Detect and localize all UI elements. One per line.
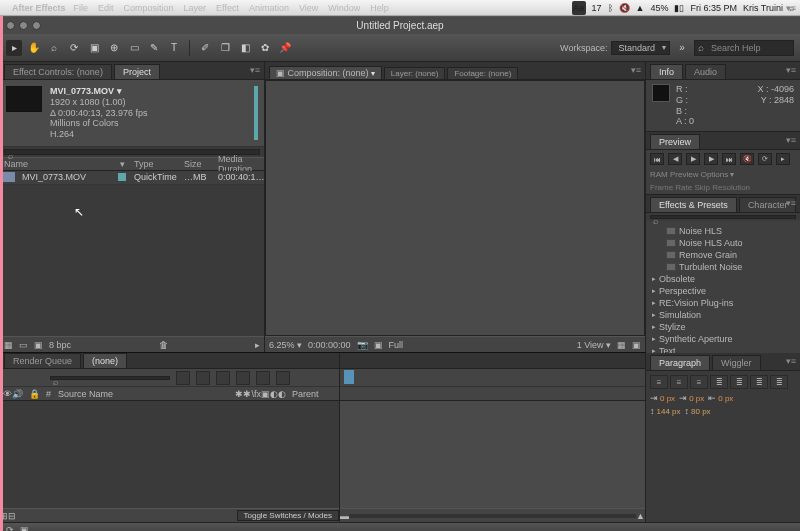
- ram-preview-options[interactable]: RAM Preview Options ▾: [646, 168, 800, 181]
- indent-right-value[interactable]: 0 px: [718, 394, 733, 403]
- space-after-value[interactable]: 80 px: [691, 407, 711, 416]
- menu-effect[interactable]: Effect: [216, 3, 239, 13]
- file-name[interactable]: MVI_0773.MOV ▾: [50, 86, 246, 97]
- trash-icon[interactable]: 🗑: [159, 340, 168, 350]
- rotate-tool-icon[interactable]: ⟳: [66, 40, 82, 56]
- view-layout-select[interactable]: 1 View ▾: [577, 340, 611, 350]
- bluetooth-icon[interactable]: ᛒ: [608, 3, 613, 13]
- user-name[interactable]: Kris Truini: [743, 3, 783, 13]
- tl-tool-icon[interactable]: [176, 371, 190, 385]
- effect-category[interactable]: Simulation: [652, 309, 794, 321]
- last-frame-button[interactable]: ⏭: [722, 153, 736, 165]
- toggle-switches-modes-button[interactable]: Toggle Switches / Modes: [237, 510, 340, 521]
- panel-menu-icon[interactable]: ▾≡: [786, 356, 796, 366]
- panel-menu-icon[interactable]: ▾≡: [786, 198, 796, 208]
- tl-tool-icon[interactable]: [276, 371, 290, 385]
- current-time-indicator[interactable]: [344, 370, 354, 384]
- scroll-right-icon[interactable]: ▸: [255, 340, 260, 350]
- ram-preview-button[interactable]: ▸: [776, 153, 790, 165]
- justify-last-right-button[interactable]: ≣: [750, 375, 768, 389]
- justify-last-left-button[interactable]: ≣: [710, 375, 728, 389]
- panel-menu-icon[interactable]: ▾≡: [631, 65, 641, 75]
- new-comp-icon[interactable]: ▣: [34, 340, 43, 350]
- col-type[interactable]: Type: [130, 159, 180, 169]
- tab-layer[interactable]: Layer: (none): [384, 67, 446, 79]
- traffic-min-icon[interactable]: [19, 21, 28, 30]
- tl-toggle-icon[interactable]: ⊟: [8, 511, 16, 521]
- justify-all-button[interactable]: ≣: [770, 375, 788, 389]
- menu-edit[interactable]: Edit: [98, 3, 114, 13]
- zoom-select[interactable]: 6.25% ▾: [269, 340, 302, 350]
- hand-tool-icon[interactable]: ✋: [26, 40, 42, 56]
- ae-cloud-icon[interactable]: Ae: [572, 1, 586, 15]
- traffic-close-icon[interactable]: [6, 21, 15, 30]
- camera-tool-icon[interactable]: ▣: [86, 40, 102, 56]
- col-source-name[interactable]: Source Name: [55, 389, 232, 399]
- switches-icons[interactable]: ✱✱\fx▣◐◐: [232, 389, 289, 399]
- col-name[interactable]: Name: [0, 159, 116, 169]
- zoom-out-icon[interactable]: ▬: [340, 511, 349, 521]
- status-icon[interactable]: ⟳: [6, 525, 14, 531]
- zoom-slider[interactable]: [349, 514, 636, 518]
- tab-info[interactable]: Info: [650, 64, 683, 79]
- menu-view[interactable]: View: [299, 3, 318, 13]
- menu-window[interactable]: Window: [328, 3, 360, 13]
- mute-button[interactable]: 🔇: [740, 153, 754, 165]
- tl-tool-icon[interactable]: [256, 371, 270, 385]
- type-tool-icon[interactable]: T: [166, 40, 182, 56]
- effect-item[interactable]: Noise HLS Auto: [652, 237, 794, 249]
- zoom-tool-icon[interactable]: ⌕: [46, 40, 62, 56]
- panel-menu-icon[interactable]: ▾≡: [786, 65, 796, 75]
- roto-tool-icon[interactable]: ✿: [257, 40, 273, 56]
- tab-comp-none[interactable]: (none): [83, 353, 127, 368]
- grid-icon[interactable]: ▦: [617, 340, 626, 350]
- project-search-input[interactable]: [4, 149, 260, 155]
- volume-icon[interactable]: 🔇: [619, 3, 630, 13]
- effect-item[interactable]: Noise HLS: [652, 225, 794, 237]
- col-label[interactable]: ▾: [116, 159, 130, 169]
- resolution-select[interactable]: Full: [389, 340, 404, 350]
- menu-file[interactable]: File: [74, 3, 89, 13]
- puppet-tool-icon[interactable]: 📌: [277, 40, 293, 56]
- tl-tool-icon[interactable]: [216, 371, 230, 385]
- col-size[interactable]: Size: [180, 159, 214, 169]
- shape-tool-icon[interactable]: ▭: [126, 40, 142, 56]
- zoom-in-icon[interactable]: ▲: [636, 511, 645, 521]
- selection-tool-icon[interactable]: ▸: [6, 40, 22, 56]
- traffic-zoom-icon[interactable]: [32, 21, 41, 30]
- play-button[interactable]: ▶: [686, 153, 700, 165]
- effect-category[interactable]: Synthetic Aperture: [652, 333, 794, 345]
- effects-search-input[interactable]: [650, 215, 796, 219]
- interpret-footage-icon[interactable]: ▦: [4, 340, 13, 350]
- loop-button[interactable]: ⟳: [758, 153, 772, 165]
- tl-tool-icon[interactable]: [196, 371, 210, 385]
- brush-tool-icon[interactable]: ✐: [197, 40, 213, 56]
- snapshot-icon[interactable]: 📷: [357, 340, 368, 350]
- next-frame-button[interactable]: ▶: [704, 153, 718, 165]
- tab-preview[interactable]: Preview: [650, 134, 700, 149]
- effect-category[interactable]: Stylize: [652, 321, 794, 333]
- effect-item[interactable]: Remove Grain: [652, 249, 794, 261]
- tab-effects-presets[interactable]: Effects & Presets: [650, 197, 737, 212]
- col-parent[interactable]: Parent: [289, 389, 339, 399]
- menu-composition[interactable]: Composition: [124, 3, 174, 13]
- indent-first-value[interactable]: 0 px: [689, 394, 704, 403]
- align-center-button[interactable]: ≡: [670, 375, 688, 389]
- menu-help[interactable]: Help: [370, 3, 389, 13]
- indent-left-value[interactable]: 0 px: [660, 394, 675, 403]
- tab-audio[interactable]: Audio: [685, 64, 726, 79]
- tl-tool-icon[interactable]: [236, 371, 250, 385]
- effect-category[interactable]: Perspective: [652, 285, 794, 297]
- workspace-select[interactable]: Standard: [611, 41, 670, 55]
- timeline-track-area[interactable]: [340, 401, 645, 508]
- tab-project[interactable]: Project: [114, 64, 160, 79]
- panel-menu-icon[interactable]: ▾≡: [250, 65, 260, 75]
- clone-tool-icon[interactable]: ❐: [217, 40, 233, 56]
- workspace-reset-icon[interactable]: »: [674, 40, 690, 56]
- tab-footage[interactable]: Footage: (none): [447, 67, 518, 79]
- project-row[interactable]: MVI_0773.MOV QuickTime …MB 0:00:40:1…: [0, 171, 264, 185]
- av-toggles[interactable]: 👁🔊: [0, 389, 26, 399]
- prev-frame-button[interactable]: ◀: [668, 153, 682, 165]
- eraser-tool-icon[interactable]: ◧: [237, 40, 253, 56]
- timecode[interactable]: 0:00:00:00: [308, 340, 351, 350]
